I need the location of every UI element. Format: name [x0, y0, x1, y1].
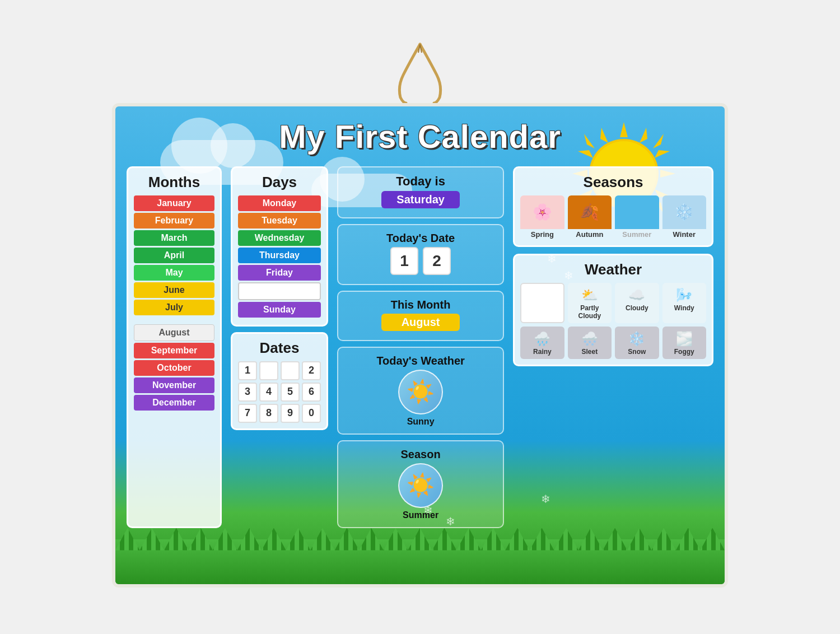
- months-panel: Months January February March April May …: [127, 166, 222, 528]
- month-february[interactable]: February: [134, 213, 214, 229]
- date-9[interactable]: 9: [281, 404, 300, 423]
- summer-label: Summer: [615, 229, 659, 240]
- weather-windy-card[interactable]: 🌬️ Windy: [662, 283, 706, 323]
- day-sunday[interactable]: Sunday: [238, 302, 321, 318]
- day-thursday[interactable]: Thursday: [238, 248, 321, 263]
- summer-icon: [615, 195, 659, 229]
- partly-cloudy-icon: ⛅: [570, 287, 609, 303]
- date-6[interactable]: 6: [302, 383, 321, 402]
- dates-panel: Dates 1 2 3 4 5 6 7 8 9 0: [231, 332, 328, 430]
- day-saturday[interactable]: Saturday: [238, 282, 321, 300]
- date-digit-1[interactable]: 1: [390, 247, 418, 275]
- month-july[interactable]: July: [134, 300, 214, 315]
- date-boxes: 1 2: [349, 247, 492, 275]
- center-panel: Today is Saturday Today's Date 1 2 This …: [337, 166, 504, 528]
- weather-foggy-card[interactable]: 🌫️ Foggy: [662, 327, 706, 359]
- days-title: Days: [238, 174, 321, 191]
- day-tuesday[interactable]: Tuesday: [238, 213, 321, 229]
- season-summer-icon: ☀️: [398, 463, 443, 508]
- weather-rainy-card[interactable]: 🌧️ Rainy: [520, 327, 564, 359]
- season-spring[interactable]: 🌸 Spring: [520, 195, 564, 240]
- right-panel: Seasons 🌸 Spring 🍂 Autumn Summer: [513, 166, 713, 528]
- page-title: My First Calendar: [127, 118, 713, 155]
- season-label: Season: [349, 448, 492, 461]
- month-section: This Month August: [337, 291, 504, 341]
- seasons-panel: Seasons 🌸 Spring 🍂 Autumn Summer: [513, 166, 713, 247]
- day-friday[interactable]: Friday: [238, 265, 321, 281]
- cloudy-icon: ☁️: [617, 287, 656, 303]
- spring-label: Spring: [520, 229, 564, 240]
- date-label: Today's Date: [349, 232, 492, 245]
- month-august[interactable]: August: [134, 324, 214, 341]
- month-june[interactable]: June: [134, 282, 214, 298]
- days-panel: Days Monday Tuesday Wednesday Thursday F…: [231, 166, 328, 327]
- spring-icon: 🌸: [520, 195, 564, 229]
- month-december[interactable]: December: [134, 395, 214, 411]
- sleet-label: Sleet: [570, 348, 609, 356]
- weather-cloudy-card[interactable]: ☁️ Cloudy: [615, 283, 659, 323]
- weather-icon-container: ☀️ Sunny: [349, 370, 492, 427]
- season-icon-container: ☀️ Summer: [349, 463, 492, 520]
- winter-label: Winter: [662, 229, 706, 240]
- rainy-icon: 🌧️: [522, 331, 562, 347]
- autumn-label: Autumn: [568, 229, 612, 240]
- date-empty-1: [259, 361, 278, 380]
- date-5[interactable]: 5: [281, 383, 300, 402]
- rainy-label: Rainy: [522, 348, 562, 356]
- seasons-grid: 🌸 Spring 🍂 Autumn Summer ❄️: [520, 195, 706, 240]
- seasons-title: Seasons: [520, 174, 706, 191]
- calendar-container: My First Calendar Months January Februar…: [112, 47, 728, 588]
- today-label: Today is: [349, 174, 492, 189]
- date-1[interactable]: 1: [238, 361, 257, 380]
- windy-label: Windy: [665, 304, 704, 312]
- weather-today-section: Today's Weather ☀️ Sunny: [337, 347, 504, 435]
- weather-grid: ⛅ Partly Cloudy ☁️ Cloudy 🌬️ Windy: [520, 283, 706, 359]
- weather-partly-cloudy-card[interactable]: ⛅ Partly Cloudy: [568, 283, 612, 323]
- month-april[interactable]: April: [134, 248, 214, 263]
- date-4[interactable]: 4: [259, 383, 278, 402]
- season-winter[interactable]: ❄️ Winter: [662, 195, 706, 240]
- weather-value: Sunny: [349, 417, 492, 427]
- dates-title: Dates: [238, 339, 321, 357]
- weather-snow-card[interactable]: ❄️ Snow: [615, 327, 659, 359]
- month-january[interactable]: January: [134, 195, 214, 211]
- weather-sleet-card[interactable]: 🌨️ Sleet: [568, 327, 612, 359]
- day-monday[interactable]: Monday: [238, 195, 321, 211]
- sleet-icon: 🌨️: [570, 331, 609, 347]
- date-8[interactable]: 8: [259, 404, 278, 423]
- month-may[interactable]: May: [134, 265, 214, 281]
- today-day-value[interactable]: Saturday: [381, 191, 460, 208]
- snow-label: Snow: [617, 348, 656, 356]
- rope-svg: [364, 41, 476, 103]
- weather-empty-card[interactable]: [520, 283, 564, 323]
- days-dates-column: Days Monday Tuesday Wednesday Thursday F…: [231, 166, 328, 528]
- weather-panel: Weather ⛅ Partly Cloudy ☁️ Cloudy: [513, 254, 713, 366]
- today-section: Today is Saturday: [337, 166, 504, 218]
- weather-sunny-icon: ☀️: [398, 370, 443, 414]
- date-3[interactable]: 3: [238, 383, 257, 402]
- date-2[interactable]: 2: [302, 361, 321, 380]
- weather-label: Today's Weather: [349, 355, 492, 367]
- season-section: Season ☀️ Summer: [337, 440, 504, 528]
- date-0[interactable]: 0: [302, 404, 321, 423]
- months-title: Months: [134, 174, 214, 191]
- season-value: Summer: [349, 510, 492, 520]
- dates-grid: 1 2 3 4 5 6 7 8 9 0: [238, 361, 321, 423]
- month-september[interactable]: September: [134, 343, 214, 358]
- foggy-label: Foggy: [665, 348, 704, 356]
- month-october[interactable]: October: [134, 360, 214, 376]
- main-content: Months January February March April May …: [127, 166, 713, 573]
- date-7[interactable]: 7: [238, 404, 257, 423]
- calendar-board: My First Calendar Months January Februar…: [112, 103, 728, 588]
- partly-cloudy-label: Partly Cloudy: [570, 304, 609, 320]
- date-empty-2: [281, 361, 300, 380]
- month-value[interactable]: August: [381, 314, 460, 331]
- day-wednesday[interactable]: Wednesday: [238, 230, 321, 246]
- winter-icon: ❄️: [662, 195, 706, 229]
- season-summer[interactable]: Summer: [615, 195, 659, 240]
- season-autumn[interactable]: 🍂 Autumn: [568, 195, 612, 240]
- foggy-icon: 🌫️: [665, 331, 704, 347]
- month-march[interactable]: March: [134, 230, 214, 246]
- date-digit-2[interactable]: 2: [423, 247, 451, 275]
- month-november[interactable]: November: [134, 377, 214, 393]
